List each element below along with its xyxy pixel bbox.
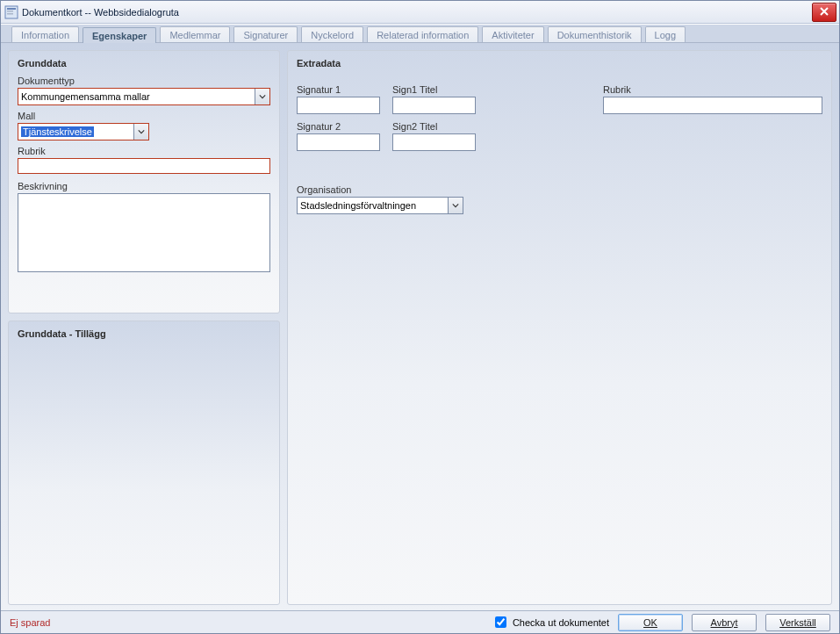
tab-label: Relaterad information bbox=[377, 30, 469, 40]
rubrik-field-left: Rubrik bbox=[18, 146, 270, 174]
checkout-checkbox[interactable] bbox=[495, 616, 506, 628]
chevron-down-icon bbox=[133, 124, 148, 140]
grunddata-tillagg-panel: Grunddata - Tillägg bbox=[8, 321, 280, 605]
right-column: Extradata Signatur 1 Sign1 Titel bbox=[287, 50, 832, 605]
organisation-value: Stadsledningsförvaltningen bbox=[300, 200, 416, 211]
mall-select[interactable]: Tjänsteskrivelse bbox=[18, 123, 149, 140]
tab-label: Egenskaper bbox=[92, 31, 147, 41]
sign1titel-label: Sign1 Titel bbox=[392, 84, 476, 95]
signatur2-label: Signatur 2 bbox=[297, 121, 380, 132]
verkstall-button[interactable]: Verkställ bbox=[765, 614, 830, 631]
extradata-title: Extradata bbox=[297, 58, 822, 68]
dokumenttyp-value: Kommungemensamma mallar bbox=[21, 91, 150, 102]
organisation-select[interactable]: Stadsledningsförvaltningen bbox=[297, 197, 463, 214]
tab-relaterad-information[interactable]: Relaterad information bbox=[367, 26, 478, 42]
sign1titel-field: Sign1 Titel bbox=[392, 84, 476, 114]
mall-field: Mall Tjänsteskrivelse bbox=[18, 111, 270, 140]
tab-logg[interactable]: Logg bbox=[645, 26, 686, 42]
tab-label: Aktiviteter bbox=[492, 30, 534, 40]
sign2titel-field: Sign2 Titel bbox=[392, 121, 476, 151]
mall-label: Mall bbox=[18, 111, 270, 121]
tab-aktiviteter[interactable]: Aktiviteter bbox=[482, 26, 543, 42]
button-label: Verkställ bbox=[779, 617, 816, 628]
grunddata-title: Grunddata bbox=[18, 58, 270, 68]
svg-rect-2 bbox=[7, 11, 13, 12]
tab-egenskaper[interactable]: Egenskaper bbox=[83, 27, 156, 43]
signatur2-input[interactable] bbox=[297, 133, 380, 151]
tab-label: Logg bbox=[655, 30, 676, 40]
status-text: Ej sparad bbox=[10, 617, 50, 628]
signatur2-field: Signatur 2 bbox=[297, 121, 380, 151]
extradata-panel: Extradata Signatur 1 Sign1 Titel bbox=[287, 50, 832, 605]
rubrik-input-right[interactable] bbox=[603, 97, 822, 114]
beskrivning-field: Beskrivning bbox=[18, 181, 270, 274]
button-label: Avbryt bbox=[711, 617, 738, 628]
body-area: Grunddata Dokumenttyp Kommungemensamma m… bbox=[1, 43, 839, 610]
close-icon bbox=[820, 7, 829, 18]
tab-information[interactable]: Information bbox=[11, 26, 79, 42]
avbryt-button[interactable]: Avbryt bbox=[692, 614, 757, 631]
signatur1-input[interactable] bbox=[297, 97, 380, 114]
svg-rect-3 bbox=[7, 13, 13, 15]
signatur1-label: Signatur 1 bbox=[297, 84, 380, 95]
rubrik-field-right: Rubrik bbox=[603, 84, 822, 151]
tab-strip: Information Egenskaper Medlemmar Signatu… bbox=[1, 24, 839, 43]
beskrivning-textarea[interactable] bbox=[18, 193, 270, 272]
rubrik-input-left[interactable] bbox=[18, 158, 270, 174]
organisation-field: Organisation Stadsledningsförvaltningen bbox=[297, 184, 822, 214]
tab-label: Medlemmar bbox=[169, 30, 220, 40]
left-column: Grunddata Dokumenttyp Kommungemensamma m… bbox=[8, 50, 280, 605]
chevron-down-icon bbox=[255, 89, 269, 104]
titlebar: Dokumentkort -- Webbsidedialogruta bbox=[1, 1, 839, 24]
chevron-down-icon bbox=[448, 198, 463, 213]
tab-signaturer[interactable]: Signaturer bbox=[233, 26, 298, 42]
tab-nyckelord[interactable]: Nyckelord bbox=[301, 26, 363, 42]
tab-label: Information bbox=[21, 30, 69, 40]
tab-label: Nyckelord bbox=[311, 30, 354, 40]
tab-label: Signaturer bbox=[243, 30, 288, 40]
grunddata-tillagg-title: Grunddata - Tillägg bbox=[18, 328, 270, 339]
dokumenttyp-field: Dokumenttyp Kommungemensamma mallar bbox=[18, 76, 270, 105]
tab-label: Dokumenthistorik bbox=[557, 30, 632, 40]
footer: Ej sparad Checka ut dokumentet OK Avbryt… bbox=[1, 610, 839, 633]
rubrik-label-left: Rubrik bbox=[18, 146, 270, 156]
mall-value: Tjänsteskrivelse bbox=[21, 126, 94, 137]
dialog-window: Dokumentkort -- Webbsidedialogruta Infor… bbox=[0, 0, 840, 634]
app-icon bbox=[4, 5, 18, 19]
svg-rect-1 bbox=[7, 8, 16, 10]
organisation-label: Organisation bbox=[297, 184, 822, 195]
dokumenttyp-select[interactable]: Kommungemensamma mallar bbox=[18, 88, 270, 105]
tab-dokumenthistorik[interactable]: Dokumenthistorik bbox=[548, 26, 642, 42]
footer-right: Checka ut dokumentet OK Avbryt Verkställ bbox=[492, 614, 830, 631]
checkout-checkbox-wrap[interactable]: Checka ut dokumentet bbox=[492, 614, 609, 630]
rubrik-label-right: Rubrik bbox=[603, 84, 822, 95]
ok-button[interactable]: OK bbox=[618, 614, 683, 631]
dokumenttyp-label: Dokumenttyp bbox=[18, 76, 270, 86]
sign2titel-input[interactable] bbox=[392, 133, 476, 151]
button-label: OK bbox=[643, 617, 657, 628]
signatur1-field: Signatur 1 bbox=[297, 84, 380, 114]
sign2titel-label: Sign2 Titel bbox=[392, 121, 476, 132]
tab-medlemmar[interactable]: Medlemmar bbox=[160, 26, 230, 42]
grunddata-panel: Grunddata Dokumenttyp Kommungemensamma m… bbox=[8, 50, 280, 313]
close-button[interactable] bbox=[812, 3, 836, 22]
checkout-checkbox-label: Checka ut dokumentet bbox=[513, 617, 609, 628]
sign1titel-input[interactable] bbox=[392, 97, 476, 114]
beskrivning-label: Beskrivning bbox=[18, 181, 270, 191]
window-title: Dokumentkort -- Webbsidedialogruta bbox=[22, 7, 179, 18]
